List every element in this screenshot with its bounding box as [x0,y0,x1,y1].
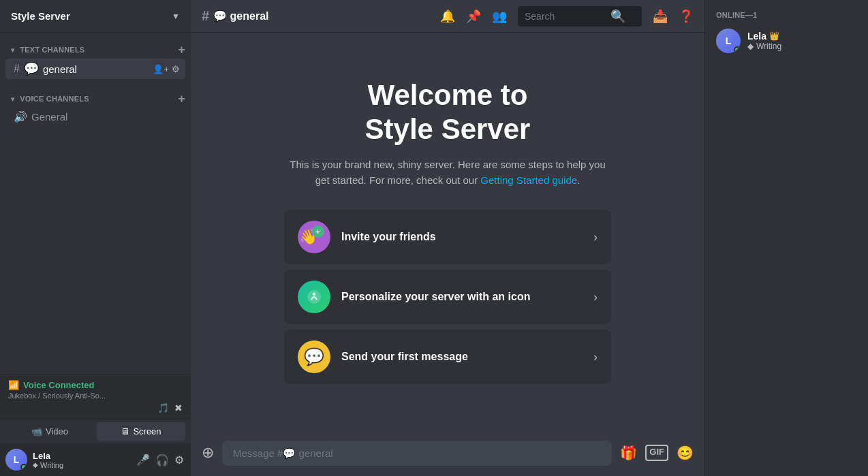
voice-channel-name: General [31,111,67,123]
emoji-icon[interactable]: 😊 [677,445,694,461]
members-icon[interactable]: 👥 [492,9,507,24]
personalize-label: Personalize your server with an icon [341,291,583,303]
online-header: ONLINE—1 [711,11,863,25]
voice-connected-title: 📶 Voice Connected [8,380,183,390]
server-header[interactable]: Style Server ▼ [0,0,191,33]
search-bar[interactable]: 🔍 [518,6,642,27]
bell-icon[interactable]: 🔔 [440,9,455,24]
user-status: ◆ Writing [33,461,129,469]
message-icon: 💬 [298,340,330,373]
avatar: L [5,449,27,471]
add-voice-channel-button[interactable]: + [178,93,185,105]
status-dot [20,464,27,471]
video-screen-bar: 📹 Video 🖥 Screen [0,419,191,443]
action-card-invite[interactable]: 👋+ Invite your friends › [284,210,611,264]
typing-icon-topbar: 💬 [213,10,227,22]
sidebar-bottom: 📶 Voice Connected Jukebox / Seriously An… [0,374,191,476]
voice-channels-collapse-icon[interactable]: ▾ [11,95,14,103]
member-name-lela: Lela 👑 [747,31,857,42]
screen-button[interactable]: 🖥 Screen [97,422,185,441]
user-bar: L Lela ◆ Writing 🎤 🎧 ⚙ [0,443,191,476]
member-status-lela: ◆ Writing [747,42,857,51]
writing-status-icon: ◆ [747,42,754,51]
message-chevron-icon: › [593,350,598,364]
svg-point-1 [313,293,315,296]
voice-channels-header: ▾ VOICE CHANNELS + [0,93,191,108]
settings-icon[interactable]: ⚙ [172,64,180,74]
personalize-chevron-icon: › [593,290,598,304]
server-chevron-icon: ▼ [172,12,180,21]
text-channels-header: ▾ TEXT CHANNELS + [0,44,191,59]
topbar-hash-icon: # [202,8,209,24]
invite-label: Invite your friends [341,231,583,243]
topbar-actions: 🔔 📌 👥 🔍 📥 ❓ [440,6,694,27]
text-channels-label: TEXT CHANNELS [20,46,84,54]
voice-channels-section: ▾ VOICE CHANNELS + 🔊 General [0,82,191,129]
action-card-personalize[interactable]: Personalize your server with an icon › [284,270,611,324]
welcome-title: Welcome to Style Server [284,78,611,147]
hash-icon: # [14,63,20,75]
video-label: Video [46,426,68,437]
member-info-lela: Lela 👑 ◆ Writing [747,31,857,51]
deafen-headset-icon[interactable]: 🎧 [154,452,170,468]
screen-label: Screen [133,426,161,437]
topbar-channel-name: 💬 general [213,10,268,22]
disconnect-icon[interactable]: ✖ [174,402,183,413]
soundwave-icon[interactable]: 🎵 [157,402,169,413]
speaker-icon: 🔊 [14,110,27,123]
welcome-section: Welcome to Style Server This is your bra… [284,78,611,189]
message-label: Send your first message [341,351,583,363]
server-name: Style Server [11,10,70,22]
channel-actions: 👤+ ⚙ [153,64,180,74]
message-input[interactable] [222,441,612,466]
message-actions: 🎁 GIF 😊 [620,445,694,461]
add-member-icon[interactable]: 👤+ [153,64,169,74]
voice-channel-general[interactable]: 🔊 General [5,108,185,126]
invite-icon: 👋+ [298,221,330,253]
user-settings-icon[interactable]: ⚙ [173,452,185,468]
status-game-icon: ◆ [33,461,38,469]
message-plus-icon[interactable]: ⊕ [202,444,214,462]
main-content: # 💬 general 🔔 📌 👥 🔍 📥 ❓ Welcome to Style… [191,0,704,476]
voice-channels-label: VOICE CHANNELS [20,95,89,103]
text-channels-section: ▾ TEXT CHANNELS + # 💬 general 👤+ ⚙ [0,33,191,82]
user-info: Lela ◆ Writing [33,451,129,469]
search-icon: 🔍 [610,9,625,24]
message-bar: ⊕ 🎁 GIF 😊 [191,430,704,476]
typing-icon: 💬 [24,61,39,76]
screen-icon: 🖥 [121,426,129,437]
topbar: # 💬 general 🔔 📌 👥 🔍 📥 ❓ [191,0,704,33]
voice-connected-subtitle: Jukebox / Seriously Anti-So... [8,392,183,400]
inbox-icon[interactable]: 📥 [653,9,668,24]
right-panel: ONLINE—1 L Lela 👑 ◆ Writing [704,0,868,476]
action-cards: 👋+ Invite your friends › Personalize you… [284,210,611,384]
sidebar: Style Server ▼ ▾ TEXT CHANNELS + # 💬 gen… [0,0,191,476]
text-channels-collapse-icon[interactable]: ▾ [11,46,14,54]
member-item-lela[interactable]: L Lela 👑 ◆ Writing [711,25,863,57]
gift-icon[interactable]: 🎁 [620,445,637,461]
welcome-subtitle: This is your brand new, shiny server. He… [284,157,611,188]
camera-icon: 📹 [31,426,42,437]
chat-area: Welcome to Style Server This is your bra… [191,33,704,430]
signal-icon: 📶 [8,380,19,390]
help-icon[interactable]: ❓ [679,9,694,24]
action-card-message[interactable]: 💬 Send your first message › [284,330,611,384]
video-button[interactable]: 📹 Video [5,422,94,441]
search-input[interactable] [525,11,606,22]
pin-icon[interactable]: 📌 [466,9,481,24]
gif-button[interactable]: GIF [645,445,668,461]
voice-connected-bar: 📶 Voice Connected Jukebox / Seriously An… [0,374,191,419]
voice-connected-actions: 🎵 ✖ [8,402,183,413]
member-status-dot [734,46,741,53]
channel-item-general[interactable]: # 💬 general 👤+ ⚙ [5,59,185,79]
mute-microphone-icon[interactable]: 🎤 [135,452,151,468]
username: Lela [33,451,129,461]
topbar-channel: # 💬 general [202,8,269,24]
crown-icon: 👑 [769,31,779,41]
getting-started-link[interactable]: Getting Started guide [480,174,577,186]
personalize-icon [298,281,330,313]
member-avatar-lela: L [716,29,741,53]
add-text-channel-button[interactable]: + [178,44,185,56]
user-controls: 🎤 🎧 ⚙ [135,452,185,468]
invite-chevron-icon: › [593,230,598,244]
